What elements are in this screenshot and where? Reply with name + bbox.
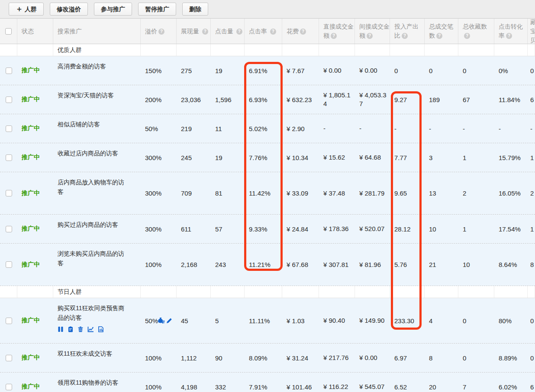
cell-cvr: - — [494, 114, 528, 143]
report-icon[interactable] — [68, 326, 74, 332]
help-icon[interactable]: ? — [402, 33, 408, 39]
cell-cost: ¥ 7.67 — [282, 56, 319, 85]
row-checkbox[interactable] — [6, 318, 12, 324]
cell-ctr: 8.09% — [245, 344, 282, 372]
row-checkbox[interactable] — [6, 226, 12, 232]
money-bag-icon[interactable] — [158, 317, 165, 324]
row-checkbox[interactable] — [6, 154, 12, 161]
select-all-checkbox[interactable] — [5, 28, 12, 35]
cell-value: 0 — [530, 317, 534, 325]
help-icon[interactable]: ? — [506, 33, 512, 39]
cell-indirect: ¥ 281.79 — [355, 172, 390, 214]
cell-value: ¥ 90.40 — [323, 316, 345, 325]
row-checkbox-cell — [0, 56, 17, 85]
cell-value: 7.76% — [249, 154, 268, 161]
cell-ctr: 6.91% — [245, 56, 282, 85]
cell-value: 0 — [394, 67, 398, 74]
row-status-cell: 推广中 — [17, 298, 53, 343]
audience-name-cell: 领用双11购物券的访客 — [53, 373, 141, 392]
section-empty-cell — [319, 286, 355, 298]
line-chart-icon[interactable] — [87, 326, 94, 332]
delete-icon[interactable] — [77, 326, 84, 332]
row-checkbox-cell — [0, 85, 17, 114]
row-checkbox[interactable] — [6, 96, 12, 103]
section-empty-cell — [141, 44, 177, 56]
header-status: 状态 — [17, 19, 53, 44]
help-icon[interactable]: ? — [202, 29, 208, 35]
cell-orders: 8 — [425, 344, 458, 372]
premium-actions — [158, 317, 172, 324]
cell-value: 189 — [429, 96, 440, 103]
cell-direct: ¥ 0.00 — [319, 56, 355, 85]
header-roi: 投入产出比? — [390, 19, 425, 44]
row-actions — [58, 326, 141, 332]
row-checkbox-cell — [0, 298, 17, 343]
pause-promotion-button[interactable]: 暂停推广 — [138, 3, 176, 16]
cell-value: 4 — [429, 317, 432, 325]
help-icon[interactable]: ? — [158, 29, 164, 35]
row-checkbox[interactable] — [6, 384, 12, 390]
row-status-cell: 推广中 — [17, 373, 53, 392]
cell-direct: ¥ 90.40 — [319, 298, 355, 343]
row-checkbox[interactable] — [6, 190, 12, 196]
join-promotion-button[interactable]: 参与推广 — [94, 3, 132, 16]
help-icon[interactable]: ? — [367, 33, 373, 39]
section-empty-cell — [494, 286, 528, 298]
help-icon[interactable]: ? — [270, 29, 276, 35]
row-checkbox[interactable] — [6, 67, 12, 74]
row-checkbox-cell — [0, 244, 17, 286]
cell-value: 2 — [530, 190, 534, 197]
add-audience-button[interactable]: ＋人群 — [9, 3, 44, 16]
delete-button[interactable]: 删除 — [182, 3, 208, 16]
help-icon[interactable]: ? — [236, 29, 242, 35]
cell-value: 245 — [181, 154, 192, 161]
cell-value: 2 — [463, 190, 466, 197]
audience-name: 收藏过店内商品的访客 — [58, 148, 127, 158]
modify-premium-button[interactable]: 修改溢价 — [50, 3, 88, 16]
row-checkbox-cell — [0, 215, 17, 243]
cell-indirect: ¥ 4,053.37 — [355, 85, 390, 114]
audience-name: 购买双11狂欢同类预售商品的访客 — [58, 303, 127, 322]
cell-value: 7 — [463, 383, 466, 391]
cell-ctr: 7.91% — [245, 373, 282, 392]
help-icon[interactable]: ? — [331, 33, 337, 39]
help-icon[interactable]: ? — [436, 33, 442, 39]
cell-indirect: - — [355, 114, 390, 143]
row-checkbox[interactable] — [6, 261, 12, 268]
header-checkbox-cell — [0, 19, 17, 44]
cell-value: ¥ 33.09 — [287, 190, 308, 197]
cell-value: 6.52 — [394, 383, 407, 391]
table-header: 状态 搜索推广 溢价? 展现量 ? 点击量 ? 点击率 ? 花费? 直接成交金额… — [0, 18, 535, 44]
section-empty-cell — [177, 44, 211, 56]
cell-value: 11 — [215, 125, 222, 132]
section-row: 节日人群 — [0, 286, 535, 298]
help-icon[interactable]: ? — [464, 33, 470, 39]
section-empty-cell — [458, 286, 494, 298]
row-checkbox[interactable] — [6, 125, 12, 132]
section-check-cell — [0, 286, 17, 298]
cell-value: - — [530, 125, 532, 132]
section-check-cell — [0, 44, 17, 56]
audience-name-cell: 店内商品放入购物车的访客 — [53, 172, 141, 214]
cell-value: 332 — [215, 383, 226, 391]
cell-cvr: 8.89% — [494, 344, 528, 372]
row-status-cell: 推广中 — [17, 244, 53, 286]
cell-extra: 0 — [528, 56, 535, 85]
pencil-icon[interactable] — [166, 318, 172, 324]
row-checkbox[interactable] — [6, 355, 12, 361]
audience-name-cell: 相似店铺的访客 — [53, 114, 141, 143]
row-status-cell: 推广中 — [17, 56, 53, 85]
section-empty-cell — [355, 44, 390, 56]
cell-value: ¥ 67.68 — [287, 261, 308, 268]
cell-value: 6 — [530, 383, 534, 391]
cell-value: ¥ 520.07 — [359, 225, 384, 233]
cell-cost: ¥ 31.24 — [282, 344, 319, 372]
cell-value: 11.84% — [499, 96, 520, 103]
cell-value: 13 — [429, 190, 436, 197]
cell-value: 8.64% — [499, 261, 517, 268]
cell-ctr: 6.93% — [245, 85, 282, 114]
bar-chart-icon[interactable] — [98, 326, 104, 332]
pause-icon[interactable] — [58, 326, 64, 332]
cell-value: 19 — [215, 67, 222, 74]
help-icon[interactable]: ? — [300, 29, 306, 35]
